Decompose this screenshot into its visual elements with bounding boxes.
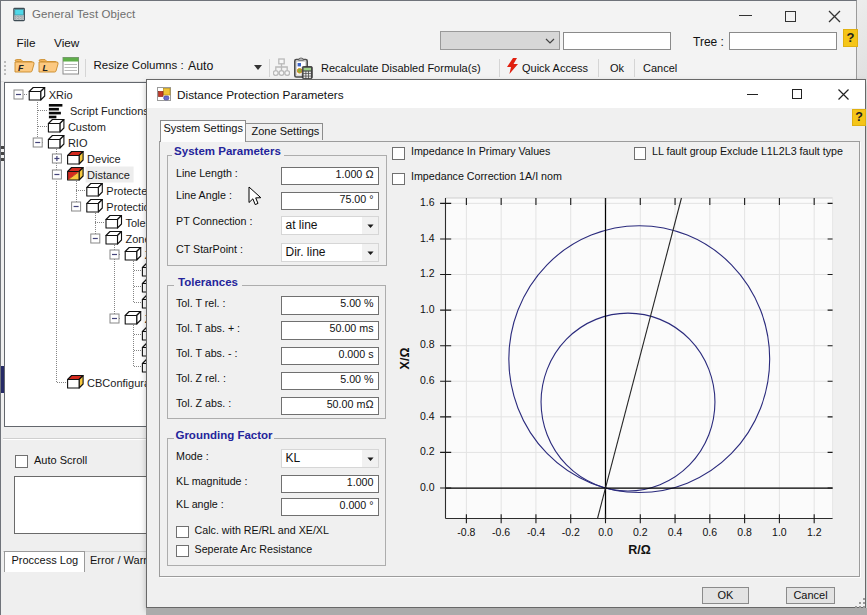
svg-text:-0.8: -0.8: [457, 526, 475, 538]
svg-text:1.0: 1.0: [420, 303, 435, 315]
svg-text:0.4: 0.4: [420, 410, 435, 422]
svg-text:1.0: 1.0: [772, 526, 787, 538]
svg-text:RIO: RIO: [68, 137, 88, 149]
svg-text:-0.6: -0.6: [492, 526, 510, 538]
svg-text:-0.2: -0.2: [562, 526, 580, 538]
svg-text:Device: Device: [87, 153, 121, 165]
svg-text:R/Ω: R/Ω: [628, 543, 651, 557]
svg-text:1.6: 1.6: [420, 196, 435, 208]
svg-text:Custom: Custom: [68, 121, 106, 133]
svg-text:1.4: 1.4: [420, 232, 435, 244]
svg-text:0.0: 0.0: [420, 481, 435, 493]
svg-text:0.8: 0.8: [737, 526, 752, 538]
svg-text:0.8: 0.8: [420, 338, 435, 350]
svg-text:0.2: 0.2: [420, 445, 435, 457]
svg-text:CBConfiguration: CBConfiguration: [87, 377, 155, 389]
svg-text:X/Ω: X/Ω: [398, 348, 412, 370]
svg-text:Script Functions: Script Functions: [70, 105, 149, 117]
svg-text:1.2: 1.2: [420, 267, 435, 279]
svg-text:XRio: XRio: [49, 89, 73, 101]
svg-text:Distance: Distance: [87, 169, 130, 181]
svg-text:0.6: 0.6: [703, 526, 718, 538]
svg-text:0.4: 0.4: [668, 526, 683, 538]
svg-text:-0.4: -0.4: [527, 526, 545, 538]
svg-text:F: F: [18, 63, 24, 73]
svg-text:L: L: [43, 63, 49, 73]
svg-text:0.0: 0.0: [598, 526, 613, 538]
svg-text:0.2: 0.2: [633, 526, 648, 538]
svg-text:0.6: 0.6: [420, 374, 435, 386]
svg-text:1.2: 1.2: [807, 526, 822, 538]
